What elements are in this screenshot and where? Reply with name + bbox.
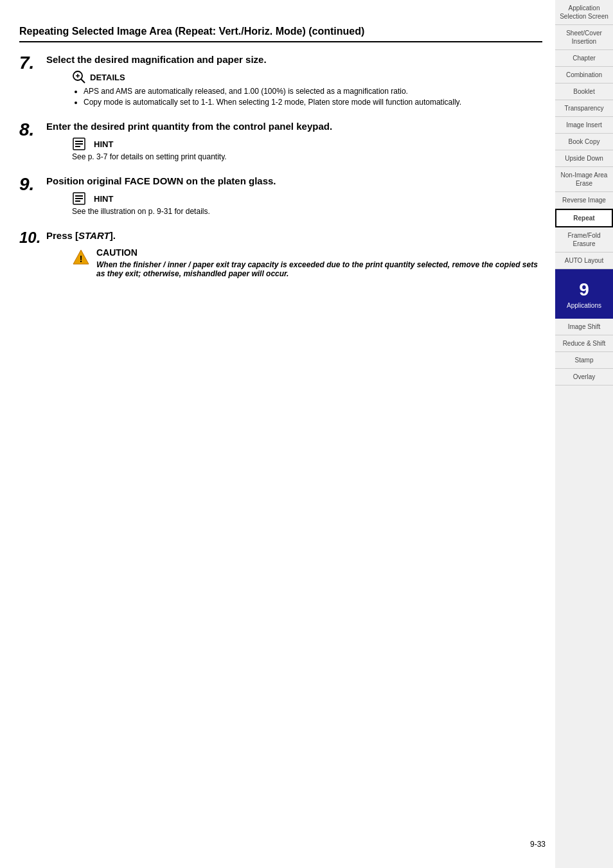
details-icon: [72, 70, 86, 84]
sidebar-item-sheet-cover[interactable]: Sheet/Cover Insertion: [555, 25, 613, 50]
hint-8-text: See p. 3-7 for details on setting print …: [72, 152, 542, 161]
svg-rect-10: [75, 198, 83, 199]
hint-9-text: See the illustration on p. 9-31 for deta…: [72, 207, 542, 216]
caution-content: CAUTION When the finisher / inner / pape…: [96, 247, 542, 278]
step-8-title: Enter the desired print quantity from th…: [46, 121, 542, 132]
svg-rect-9: [75, 195, 83, 197]
sidebar-item-combination[interactable]: Combination: [555, 67, 613, 84]
step-7: 7. Select the desired magnification and …: [19, 54, 542, 112]
svg-rect-6: [75, 143, 83, 145]
step-9-number: 9.: [19, 175, 42, 193]
sidebar-item-repeat[interactable]: Repeat: [555, 209, 613, 227]
caution-text: When the finisher / inner / paper exit t…: [96, 260, 542, 278]
details-header: DETAILS: [72, 70, 542, 84]
svg-text:!: !: [80, 254, 83, 264]
step-8-number: 8.: [19, 121, 42, 139]
main-content: Repeating Selected Image Area (Repeat: V…: [19, 26, 549, 285]
sidebar-item-auto-layout[interactable]: AUTO Layout: [555, 252, 613, 269]
caution-icon: !: [72, 249, 90, 269]
hint-8-header: HINT: [72, 137, 542, 151]
step-7-title: Select the desired magnification and pap…: [46, 54, 542, 65]
page-number: 9-33: [530, 840, 546, 849]
sidebar-item-frame-fold[interactable]: Frame/Fold Erasure: [555, 227, 613, 252]
step-9: 9. Position original FACE DOWN on the pl…: [19, 175, 542, 221]
sidebar-item-stamp[interactable]: Stamp: [555, 352, 613, 369]
step-10-number: 10.: [19, 230, 42, 245]
svg-line-1: [81, 79, 85, 83]
sidebar-item-reduce-shift[interactable]: Reduce & Shift: [555, 335, 613, 352]
applications-number: 9: [558, 278, 610, 301]
step-10-content: Press [START]. ! CAUTION When the finish…: [46, 230, 542, 285]
step-9-hint: HINT See the illustration on p. 9-31 for…: [72, 191, 542, 216]
step-7-content: Select the desired magnification and pap…: [46, 54, 542, 112]
sidebar-item-image-insert[interactable]: Image Insert: [555, 117, 613, 134]
hint-9-icon: [72, 191, 90, 206]
detail-item-1: APS and AMS are automatically released, …: [84, 87, 542, 96]
step-7-number: 7.: [19, 54, 42, 72]
svg-rect-7: [75, 146, 80, 147]
sidebar-item-chapter[interactable]: Chapter: [555, 50, 613, 67]
step-9-title: Position original FACE DOWN on the plate…: [46, 175, 542, 186]
step-10: 10. Press [START]. ! CAUTION When the fi…: [19, 230, 542, 285]
applications-label: Applications: [558, 301, 610, 310]
sidebar-item-app-selection[interactable]: Application Selection Screen: [555, 0, 613, 25]
sidebar-item-applications[interactable]: 9 Applications: [555, 269, 613, 319]
sidebar-item-upside-down[interactable]: Upside Down: [555, 150, 613, 167]
step-8-hint: HINT See p. 3-7 for details on setting p…: [72, 137, 542, 161]
sidebar-item-reverse-image[interactable]: Reverse Image: [555, 192, 613, 209]
step-7-details: DETAILS APS and AMS are automatically re…: [72, 70, 542, 107]
step-9-content: Position original FACE DOWN on the plate…: [46, 175, 542, 221]
sidebar-item-book-copy[interactable]: Book Copy: [555, 134, 613, 150]
sidebar-item-overlay[interactable]: Overlay: [555, 369, 613, 385]
hint-9-header-text: HINT: [94, 194, 113, 204]
sidebar-item-non-image-area[interactable]: Non-Image Area Erase: [555, 167, 613, 192]
sidebar-item-booklet[interactable]: Booklet: [555, 84, 613, 100]
hint-icon: [72, 137, 90, 151]
hint-9-header: HINT: [72, 191, 542, 206]
sidebar: Application Selection Screen Sheet/Cover…: [555, 0, 613, 868]
details-list: APS and AMS are automatically released, …: [72, 87, 542, 107]
step-10-title: Press [START].: [46, 230, 542, 241]
page-title: Repeating Selected Image Area (Repeat: V…: [19, 26, 542, 42]
caution-header: CAUTION: [96, 247, 542, 258]
details-header-text: DETAILS: [90, 73, 125, 82]
hint-8-header-text: HINT: [94, 139, 113, 149]
svg-rect-11: [75, 200, 80, 202]
detail-item-2: Copy mode is automatically set to 1-1. W…: [84, 98, 542, 107]
step-8: 8. Enter the desired print quantity from…: [19, 121, 542, 166]
svg-rect-5: [75, 141, 83, 142]
step-8-content: Enter the desired print quantity from th…: [46, 121, 542, 166]
caution-box: ! CAUTION When the finisher / inner / pa…: [72, 247, 542, 278]
sidebar-item-transparency[interactable]: Transparency: [555, 100, 613, 117]
sidebar-item-image-shift[interactable]: Image Shift: [555, 319, 613, 335]
